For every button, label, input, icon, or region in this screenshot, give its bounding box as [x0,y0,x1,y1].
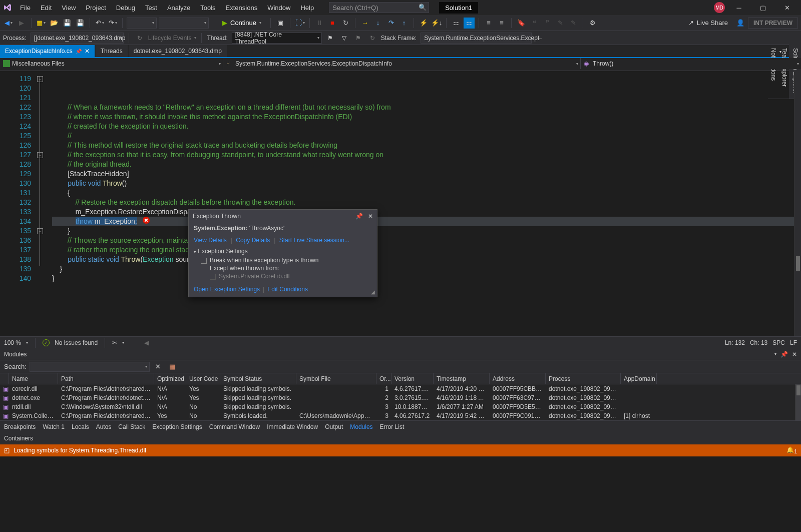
edit-conditions-link[interactable]: Edit Conditions [267,286,308,293]
outline-collapse-icon[interactable]: − [37,228,43,234]
menu-window[interactable]: Window [262,1,295,15]
pin-icon[interactable]: 📌 [780,351,788,358]
modules-columns[interactable]: Name Path Optimized User Code Symbol Sta… [0,373,801,384]
thread-flag-filter-button[interactable]: ▽ [339,33,350,44]
containers-tab[interactable]: Containers [0,432,801,444]
format-doc-button[interactable]: ✎ [555,18,566,29]
doctab-dump[interactable]: dotnet.exe_190802_093643.dmp [129,45,227,57]
feedback-button[interactable]: 👤 [735,18,746,29]
pause-button[interactable]: ⏸ [314,18,325,29]
indent-button[interactable]: ≡ [496,18,507,29]
menu-project[interactable]: Project [81,1,111,15]
continue-button[interactable]: ▶ Continue ▾ [217,18,266,28]
menu-extensions[interactable]: Extensions [221,1,263,15]
pin-icon[interactable]: 📌 [355,213,363,220]
start-liveshare-link[interactable]: Start Live Share session... [279,237,349,244]
bottom-tab-breakpoints[interactable]: Breakpoints [4,423,36,430]
int-preview-button[interactable]: INT PREVIEW [748,18,798,29]
menu-tools[interactable]: Tools [195,1,220,15]
scissors-icon[interactable]: ✂ [112,339,117,346]
bottom-tab-output[interactable]: Output [325,423,343,430]
type-combo[interactable]: ⑂ System.Runtime.ExceptionServices.Excep… [223,58,581,69]
restart-button[interactable]: ↻ [340,18,351,29]
open-exception-settings-link[interactable]: Open Exception Settings [194,286,260,293]
module-row[interactable]: ▣dotnet.exeC:\Program Files\dotnet\dotne… [0,393,795,402]
scrollbar-thumb[interactable] [796,256,800,271]
step-into-button[interactable]: ↓ [372,18,383,29]
bottom-tab-exception-settings[interactable]: Exception Settings [152,423,202,430]
intellitrace-events-button[interactable]: ⚡ [418,18,429,29]
window-position-icon[interactable]: ▾ [774,352,776,356]
debug-target-button[interactable]: ▣ [275,18,286,29]
menu-view[interactable]: View [57,1,81,15]
outlining-margin[interactable]: − − − [35,71,52,336]
bottom-tab-watch-1[interactable]: Watch 1 [43,423,65,430]
notifications-icon[interactable]: 🔔1 [786,446,797,454]
stop-button[interactable]: ■ [327,18,338,29]
step-over-button[interactable]: ↷ [385,18,396,29]
code-content[interactable]: ➤ // When a framework needs to "Rethrow"… [52,71,794,336]
columns-button[interactable]: ▦ [167,361,178,372]
close-icon[interactable]: ✕ [792,351,797,358]
screenshot-button[interactable]: ⛶ [294,18,305,29]
menu-debug[interactable]: Debug [111,1,140,15]
nav-back-button[interactable]: ◀ [3,18,14,29]
modules-scrollbar[interactable] [795,384,801,420]
menu-analyze[interactable]: Analyze [162,1,195,15]
bottom-tab-modules[interactable]: Modules [350,423,372,430]
break-checkbox[interactable] [201,258,207,264]
new-project-button[interactable]: ▦ [36,18,47,29]
format-sel-button[interactable]: ✎ [568,18,579,29]
copy-details-link[interactable]: Copy Details [236,237,270,244]
bottom-tab-immediate-window[interactable]: Immediate Window [267,423,318,430]
bookmark-button[interactable]: 🔖 [516,18,527,29]
doctab-exceptiondispatchinfo[interactable]: ExceptionDispatchInfo.cs 📌 ✕ [0,45,95,57]
comment-out-button[interactable]: ❝ [529,18,540,29]
maximize-button[interactable]: ▢ [753,0,773,15]
bottom-tab-error-list[interactable]: Error List [380,423,405,430]
resize-grip-icon[interactable]: ◢ [371,289,375,295]
menu-edit[interactable]: Edit [36,1,57,15]
outdent-button[interactable]: ≡ [483,18,494,29]
undo-button[interactable]: ↶ [94,18,105,29]
menu-file[interactable]: File [15,1,36,15]
bottom-tab-command-window[interactable]: Command Window [209,423,260,430]
config-combo[interactable] [127,18,157,29]
uncomment-button[interactable]: ❞ [542,18,553,29]
menu-test[interactable]: Test [140,1,162,15]
code-editor[interactable]: 1191201211221231241251261271281291301311… [0,71,801,336]
nav-forward-button[interactable]: ▶ [16,18,27,29]
vertical-scrollbar[interactable] [794,71,801,336]
thread-combo[interactable]: [8848] .NET Core ThreadPool [232,33,322,44]
save-button[interactable]: 💾 [62,18,73,29]
wordwrap-button[interactable]: ⚏ [464,18,475,29]
close-icon[interactable]: ✕ [85,48,90,55]
save-all-button[interactable]: 💾 [75,18,86,29]
module-row[interactable]: ▣coreclr.dllC:\Program Files\dotnet\shar… [0,384,795,393]
outline-collapse-icon[interactable]: − [37,152,43,158]
char-indicator[interactable]: Ch: 13 [750,339,767,346]
open-button[interactable]: 📂 [49,18,60,29]
liveshare-button[interactable]: ↗ Live Share [683,19,733,27]
step-out-button[interactable]: ↑ [398,18,410,29]
line-numbers-button[interactable]: ⚏ [451,18,462,29]
toolbox-icon[interactable]: ⚙ [587,18,598,29]
lifecycle-icon[interactable]: ↻ [134,33,145,44]
hscroll-left-icon[interactable]: ◀ [144,339,149,346]
project-combo[interactable]: Miscellaneous Files [0,58,223,69]
intellitrace-calls-button[interactable]: ⚡↓ [431,18,442,29]
search-input[interactable]: Search (Ctrl+Q) 🔍 [329,2,429,13]
lineending-indicator[interactable]: LF [790,339,797,346]
show-next-statement-button[interactable]: → [359,18,370,29]
modules-grid[interactable]: Name Path Optimized User Code Symbol Sta… [0,373,801,420]
user-badge[interactable]: MD [714,2,725,13]
close-icon[interactable]: ✕ [368,213,373,220]
bottom-tab-call-stack[interactable]: Call Stack [118,423,145,430]
bottom-tab-autos[interactable]: Autos [96,423,112,430]
thread-freeze-button[interactable]: ⚑ [353,33,364,44]
close-button[interactable]: ✕ [777,0,797,15]
modules-search-input[interactable] [30,362,150,372]
line-indicator[interactable]: Ln: 132 [725,339,745,346]
spaces-indicator[interactable]: SPC [772,339,785,346]
pin-icon[interactable]: 📌 [76,49,82,54]
